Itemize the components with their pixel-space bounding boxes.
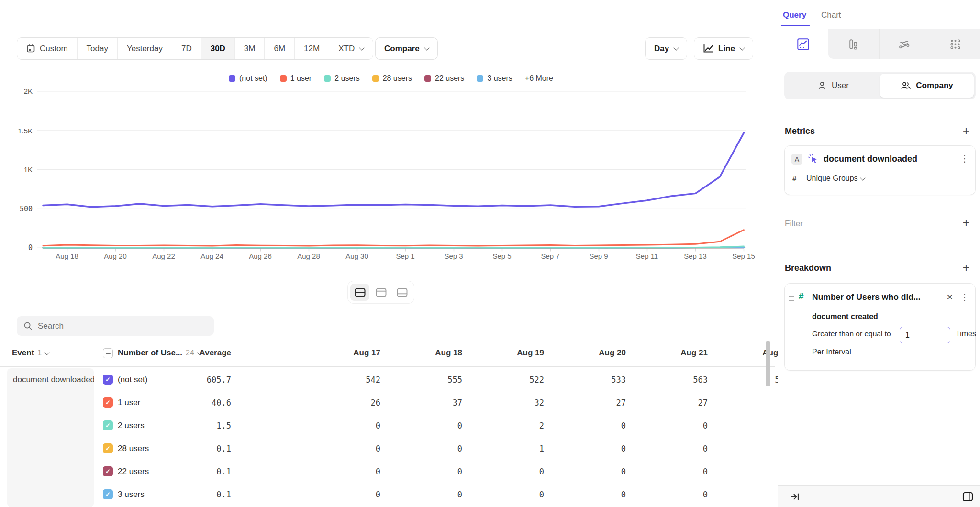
add-metric-button[interactable]	[960, 124, 972, 137]
tab-query[interactable]: Query	[783, 11, 806, 20]
range-6m[interactable]: 6M	[265, 38, 295, 59]
cell-value: 0	[395, 490, 462, 499]
breakdown-per[interactable]: Per Interval	[812, 348, 851, 356]
breakdown-card[interactable]: # Number of Users who did... document cr…	[784, 283, 976, 371]
range-12m[interactable]: 12M	[295, 38, 329, 59]
tab-chart[interactable]: Chart	[821, 11, 841, 20]
breakdown-condition[interactable]: Greater than or equal to	[812, 330, 891, 338]
threshold-input[interactable]	[900, 327, 950, 343]
cell-value: 0	[477, 490, 544, 499]
metric-card[interactable]: A document downloaded # Unique Groups	[784, 145, 976, 195]
breakdown-title[interactable]: Number of Users who did...	[812, 292, 921, 302]
series-checkbox[interactable]	[103, 466, 113, 476]
series-checkbox[interactable]	[103, 420, 113, 430]
chart-type-flow[interactable]	[880, 29, 930, 59]
chevron-down-icon	[674, 45, 679, 50]
query-panel: Query Chart	[778, 0, 980, 507]
drag-handle-icon[interactable]	[789, 296, 794, 301]
range-yesterday[interactable]: Yesterday	[118, 38, 172, 59]
range-30d[interactable]: 30D	[201, 38, 235, 59]
series-checkbox[interactable]	[103, 489, 113, 499]
user-icon	[817, 81, 827, 90]
active-tab-underline	[781, 25, 810, 26]
range-7d[interactable]: 7D	[172, 38, 201, 59]
range-xtd[interactable]: XTD	[329, 38, 373, 59]
series-label: 1 user	[118, 398, 140, 408]
table-row: (not set) 605.7 542 555 522 533 563 535	[0, 368, 775, 391]
series-checkbox[interactable]	[103, 443, 113, 453]
line-chart-icon	[797, 38, 810, 51]
cell-value: 0	[559, 444, 626, 453]
event-column-header[interactable]: Event1	[12, 348, 49, 358]
property-hash-icon: #	[799, 291, 804, 302]
cell-value: 26	[313, 398, 380, 408]
compare-button[interactable]: Compare	[375, 37, 438, 60]
average-column-header: Average	[159, 348, 231, 358]
date-column-header: Aug 21	[641, 348, 708, 358]
cell-value: 542	[313, 375, 380, 385]
measure-hash: #	[792, 175, 796, 183]
range-custom[interactable]: Custom	[17, 38, 78, 59]
chart-type-line[interactable]	[778, 29, 828, 59]
series-label: 22 users	[118, 467, 149, 476]
event-click-icon	[807, 153, 819, 165]
layout-table-only-button[interactable]	[392, 284, 412, 301]
metrics-heading: Metrics	[785, 126, 815, 136]
x-axis-label: Aug 24	[200, 252, 223, 260]
breakdown-event[interactable]: document created	[812, 312, 878, 321]
granularity-button[interactable]: Day	[645, 37, 687, 60]
kebab-menu-icon[interactable]	[960, 292, 969, 303]
cell-value: 0	[395, 467, 462, 476]
add-breakdown-button[interactable]	[960, 261, 972, 274]
audience-user[interactable]: User	[786, 74, 880, 98]
measure-selector[interactable]: Unique Groups	[806, 174, 865, 183]
chart-type-grid[interactable]	[930, 29, 980, 59]
cell-value: 0	[313, 421, 380, 430]
kebab-menu-icon[interactable]	[960, 153, 969, 164]
close-icon[interactable]	[947, 292, 953, 302]
table-row: 28 users 0.1 0 0 1 0 0 0	[0, 437, 775, 460]
panel-top-border	[778, 4, 980, 4]
company-icon	[901, 81, 911, 90]
range-label: Custom	[40, 44, 68, 54]
metric-badge: A	[791, 154, 802, 165]
collapse-panel-icon[interactable]	[790, 492, 800, 502]
cell-value: 0	[641, 421, 708, 430]
layout-chart-only-button[interactable]	[371, 284, 390, 301]
audience-company[interactable]: Company	[880, 74, 974, 98]
line-chart[interactable]	[0, 72, 775, 263]
add-filter-button[interactable]	[960, 216, 972, 229]
cell-value: 0	[559, 467, 626, 476]
select-all-checkbox[interactable]	[103, 348, 113, 358]
x-axis-label: Sep 7	[541, 252, 559, 260]
header-divider	[0, 366, 775, 367]
layout-split-button[interactable]	[350, 284, 369, 301]
table-scrollbar[interactable]	[766, 341, 770, 386]
series-checkbox[interactable]	[103, 375, 113, 385]
x-axis-label: Sep 13	[684, 252, 707, 260]
x-axis-label: Aug 22	[152, 252, 175, 260]
line-chart-icon	[703, 44, 714, 53]
chart-type-bar[interactable]	[828, 29, 879, 59]
average-value: 1.5	[159, 421, 231, 430]
chevron-down-icon	[44, 350, 49, 355]
bar-chart-icon	[847, 38, 860, 51]
metric-event-name[interactable]: document downloaded	[824, 154, 917, 164]
range-today[interactable]: Today	[78, 38, 118, 59]
cell-value: 563	[641, 375, 708, 385]
cell-value: 533	[559, 375, 626, 385]
date-column-header: Aug 18	[395, 348, 462, 358]
sidebar-toggle-icon[interactable]	[962, 491, 974, 503]
chart-type-button[interactable]: Line	[694, 37, 753, 60]
date-column-header: Aug 20	[559, 348, 626, 358]
cell-value: 522	[477, 375, 544, 385]
search-input[interactable]	[38, 321, 207, 331]
average-value: 0.1	[159, 444, 231, 453]
series-checkbox[interactable]	[103, 397, 113, 408]
range-3m[interactable]: 3M	[235, 38, 265, 59]
breakdown-unit: Times	[956, 330, 976, 338]
cell-value: 0	[313, 490, 380, 499]
flow-icon	[898, 38, 911, 51]
search-icon	[23, 321, 33, 331]
chevron-down-icon	[424, 45, 429, 50]
